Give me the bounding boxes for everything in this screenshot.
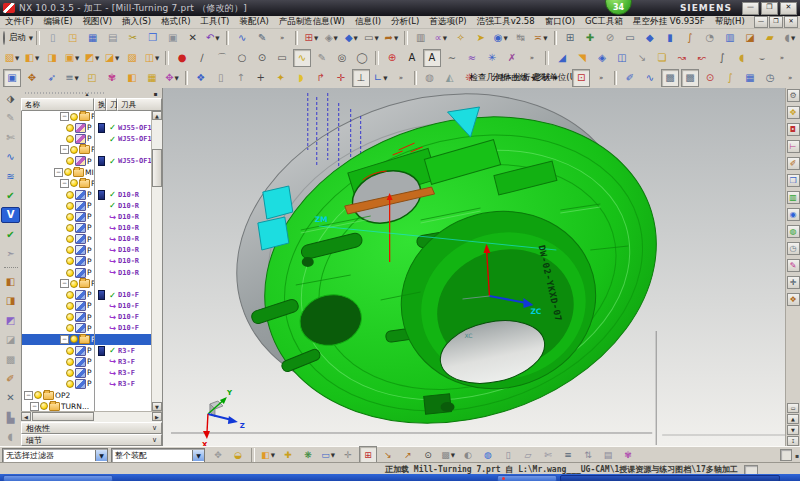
expander-icon[interactable]: −	[54, 168, 63, 177]
save-file[interactable]: ▦	[84, 29, 102, 47]
edit-icon[interactable]: ✐	[1, 370, 20, 386]
sheets[interactable]: ▥	[721, 29, 739, 47]
close-button[interactable]: ✕	[780, 2, 797, 15]
check-mate-icon[interactable]: ✔	[1, 226, 20, 242]
expander-icon[interactable]: −	[30, 402, 39, 411]
tool-library-icon[interactable]: ◧	[1, 273, 20, 289]
display-mode[interactable]: ◈▼	[322, 29, 340, 47]
machine-library-icon[interactable]: ◨	[1, 292, 20, 308]
tree-row[interactable]: P↪D10-F	[22, 323, 162, 334]
tree-row[interactable]: P↪D10-F	[22, 312, 162, 323]
pattern-component[interactable]: ➤	[472, 29, 490, 47]
assembly-constraints[interactable]: ▥	[412, 29, 430, 47]
sweep-1[interactable]: ↝	[673, 49, 691, 67]
overflow-3[interactable]: »	[773, 49, 791, 67]
menu-item-2[interactable]: 视图(V)	[78, 16, 117, 28]
tube[interactable]: ∫	[713, 49, 731, 67]
custom-units-button[interactable]: 定制单位(U)▼	[547, 69, 571, 87]
conic[interactable]: ◯	[353, 49, 371, 67]
visibility-bulb-icon[interactable]	[66, 224, 74, 232]
dependencies-section[interactable]: 相依性∨	[21, 422, 162, 434]
plot[interactable]: ▤	[104, 29, 122, 47]
chevron-down-icon[interactable]: ▼	[394, 35, 398, 41]
rb-down-icon[interactable]: ▼	[787, 425, 799, 435]
scroll-right-icon[interactable]: ▶	[152, 412, 162, 421]
text-tool[interactable]: A	[403, 49, 421, 67]
delete-nav-icon[interactable]: ✕	[1, 390, 20, 406]
tree-row[interactable]: −MILL...	[22, 167, 162, 178]
tree-row[interactable]: −P...	[22, 144, 162, 155]
circle-center[interactable]: ⊙	[253, 49, 271, 67]
assembly-navigator-icon[interactable]: ⬗	[1, 90, 20, 106]
expander-icon[interactable]: −	[60, 112, 69, 121]
chevron-down-icon[interactable]: ∨	[152, 424, 157, 432]
taskbar-button-2[interactable]	[560, 475, 780, 481]
panel-pin-icon[interactable]: ▴	[83, 90, 92, 97]
polygon[interactable]: ✎	[313, 49, 331, 67]
rb-end-icon[interactable]: ↧	[787, 436, 799, 446]
chevron-down-icon[interactable]: ▼	[75, 55, 79, 61]
view-section[interactable]: ❖	[192, 69, 210, 87]
scroll-thumb[interactable]	[152, 149, 162, 187]
chevron-down-icon[interactable]: ▼	[791, 35, 795, 41]
menu-item-14[interactable]: 星空外挂 V6.935F	[628, 16, 710, 28]
overflow-4[interactable]: »	[392, 69, 410, 87]
sphere[interactable]: ◔	[701, 29, 719, 47]
paste[interactable]: ▣	[164, 29, 182, 47]
exploded-1[interactable]: ◰	[83, 69, 101, 87]
visibility-bulb-icon[interactable]	[66, 191, 74, 199]
tree-row[interactable]: P✓R3-F	[22, 345, 162, 356]
arc-sketch[interactable]: ⌒	[213, 49, 231, 67]
visibility-bulb-icon[interactable]	[66, 213, 74, 221]
visibility-bulb-icon[interactable]	[66, 257, 74, 265]
five-axis-curve[interactable]: ∿	[641, 69, 659, 87]
visibility-bulb-icon[interactable]	[66, 124, 74, 132]
chevron-down-icon[interactable]: ▼	[115, 55, 119, 61]
chevron-down-icon[interactable]: ▼	[35, 55, 39, 61]
draft[interactable]: ↘	[633, 49, 651, 67]
menu-item-10[interactable]: 首选项(P)	[424, 16, 471, 28]
graphics-viewport[interactable]: ZM ZC XC DW-02-YKXD-07	[162, 88, 786, 446]
undo[interactable]: ↶▼	[204, 29, 222, 47]
reuse-library-icon[interactable]: ➣	[1, 246, 20, 262]
menu-item-0[interactable]: 文件(F)	[0, 16, 39, 28]
path-integral[interactable]: ∫	[721, 69, 739, 87]
view-style[interactable]: ▭▼	[362, 29, 380, 47]
vector[interactable]: ↑	[232, 69, 250, 87]
expander-icon[interactable]: −	[60, 335, 69, 344]
machine-sim-icon[interactable]: ❖	[787, 293, 800, 306]
menu-item-8[interactable]: 信息(I)	[350, 16, 386, 28]
reflect[interactable]: ✧	[452, 29, 470, 47]
roles-icon[interactable]: ◖	[1, 429, 20, 445]
tree-row[interactable]: P✓D10-R	[22, 200, 162, 211]
doc-minimize-button[interactable]: —	[754, 16, 768, 28]
tree-row[interactable]: P↪R3-F	[22, 356, 162, 367]
taskbar-button-1[interactable]	[497, 475, 557, 481]
minimize-button[interactable]: —	[742, 2, 759, 15]
pad[interactable]: ◪▼	[103, 49, 121, 67]
stock-display[interactable]: ▩	[661, 69, 679, 87]
library-books-icon[interactable]: ▥	[787, 191, 800, 204]
stock-display-2[interactable]: ▩	[681, 69, 699, 87]
hole[interactable]: ◨	[43, 49, 61, 67]
move-component[interactable]: ∝▼	[432, 29, 450, 47]
machining-wizard-icon[interactable]: ≋	[1, 168, 20, 184]
tree-vertical-scrollbar[interactable]: ▲ ▼	[151, 111, 162, 411]
copy[interactable]: ❐	[144, 29, 162, 47]
menu-item-13[interactable]: GC工具箱	[580, 16, 628, 28]
tree-row[interactable]: P↪D10-R	[22, 256, 162, 267]
hscroll-thumb[interactable]	[32, 412, 94, 421]
expander-icon[interactable]: −	[60, 279, 69, 288]
details-section[interactable]: 细节∨	[21, 434, 162, 446]
chamfer[interactable]: ◢	[553, 49, 571, 67]
windows-taskbar[interactable]	[0, 474, 800, 481]
visibility-bulb-icon[interactable]	[64, 168, 72, 176]
history-icon[interactable]: ▙	[1, 409, 20, 425]
menu-item-1[interactable]: 编辑(E)	[39, 16, 78, 28]
open-file[interactable]: ◳	[64, 29, 82, 47]
revolve[interactable]: ◧▼	[23, 49, 41, 67]
chevron-down-icon[interactable]: ▼	[503, 35, 507, 41]
tree-row[interactable]: P↪D10-R	[22, 211, 162, 222]
visibility-bulb-icon[interactable]	[66, 202, 74, 210]
menu-item-12[interactable]: 窗口(O)	[540, 16, 580, 28]
